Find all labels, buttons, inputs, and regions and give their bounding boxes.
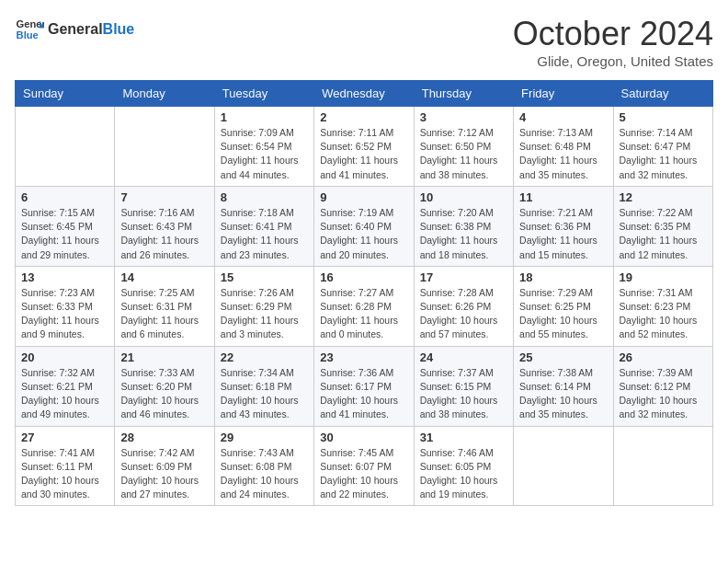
logo-text: GeneralBlue: [48, 20, 134, 38]
calendar-cell: 31Sunrise: 7:46 AM Sunset: 6:05 PM Dayli…: [414, 426, 513, 506]
day-number: 16: [320, 270, 407, 284]
day-info: Sunrise: 7:36 AM Sunset: 6:17 PM Dayligh…: [320, 366, 407, 422]
day-number: 19: [620, 270, 707, 284]
day-info: Sunrise: 7:33 AM Sunset: 6:20 PM Dayligh…: [120, 366, 208, 422]
calendar-cell: 1Sunrise: 7:09 AM Sunset: 6:54 PM Daylig…: [214, 107, 313, 187]
day-header-wednesday: Wednesday: [314, 81, 414, 107]
day-info: Sunrise: 7:27 AM Sunset: 6:28 PM Dayligh…: [320, 286, 407, 342]
day-info: Sunrise: 7:46 AM Sunset: 6:05 PM Dayligh…: [420, 446, 507, 502]
day-number: 5: [620, 110, 707, 124]
day-info: Sunrise: 7:34 AM Sunset: 6:18 PM Dayligh…: [221, 366, 308, 422]
day-info: Sunrise: 7:16 AM Sunset: 6:43 PM Dayligh…: [120, 206, 208, 262]
location: Glide, Oregon, United States: [513, 53, 713, 69]
day-info: Sunrise: 7:09 AM Sunset: 6:54 PM Dayligh…: [221, 126, 308, 182]
calendar-cell: 19Sunrise: 7:31 AM Sunset: 6:23 PM Dayli…: [613, 266, 712, 346]
calendar-cell: 10Sunrise: 7:20 AM Sunset: 6:38 PM Dayli…: [414, 186, 513, 266]
day-number: 8: [221, 190, 308, 204]
day-info: Sunrise: 7:42 AM Sunset: 6:09 PM Dayligh…: [120, 446, 208, 502]
month-title: October 2024: [513, 15, 713, 53]
calendar-cell: 12Sunrise: 7:22 AM Sunset: 6:35 PM Dayli…: [613, 186, 712, 266]
calendar-cell: 16Sunrise: 7:27 AM Sunset: 6:28 PM Dayli…: [314, 266, 414, 346]
day-info: Sunrise: 7:31 AM Sunset: 6:23 PM Dayligh…: [620, 286, 707, 342]
calendar-cell: 3Sunrise: 7:12 AM Sunset: 6:50 PM Daylig…: [414, 107, 513, 187]
day-info: Sunrise: 7:19 AM Sunset: 6:40 PM Dayligh…: [320, 206, 407, 262]
day-info: Sunrise: 7:37 AM Sunset: 6:15 PM Dayligh…: [420, 366, 507, 422]
day-number: 12: [620, 190, 707, 204]
day-number: 7: [120, 190, 208, 204]
calendar-cell: 22Sunrise: 7:34 AM Sunset: 6:18 PM Dayli…: [214, 346, 313, 426]
day-header-tuesday: Tuesday: [214, 81, 313, 107]
day-number: 1: [221, 110, 308, 124]
day-number: 25: [519, 350, 607, 364]
calendar-cell: [514, 426, 613, 506]
day-number: 6: [21, 190, 108, 204]
day-info: Sunrise: 7:32 AM Sunset: 6:21 PM Dayligh…: [21, 366, 108, 422]
calendar-cell: [16, 107, 115, 187]
calendar-cell: 28Sunrise: 7:42 AM Sunset: 6:09 PM Dayli…: [115, 426, 214, 506]
day-info: Sunrise: 7:38 AM Sunset: 6:14 PM Dayligh…: [519, 366, 607, 422]
day-number: 2: [320, 110, 407, 124]
page-header: General Blue GeneralBlue October 2024 Gl…: [15, 15, 713, 69]
calendar-cell: 5Sunrise: 7:14 AM Sunset: 6:47 PM Daylig…: [613, 107, 712, 187]
day-number: 27: [21, 431, 108, 444]
calendar-cell: 9Sunrise: 7:19 AM Sunset: 6:40 PM Daylig…: [314, 186, 414, 266]
day-info: Sunrise: 7:18 AM Sunset: 6:41 PM Dayligh…: [221, 206, 308, 262]
calendar-cell: [613, 426, 712, 506]
calendar-cell: 8Sunrise: 7:18 AM Sunset: 6:41 PM Daylig…: [214, 186, 313, 266]
calendar-cell: 6Sunrise: 7:15 AM Sunset: 6:45 PM Daylig…: [16, 186, 115, 266]
day-header-friday: Friday: [514, 81, 613, 107]
calendar-cell: 23Sunrise: 7:36 AM Sunset: 6:17 PM Dayli…: [314, 346, 414, 426]
day-number: 30: [320, 431, 407, 444]
calendar-cell: 30Sunrise: 7:45 AM Sunset: 6:07 PM Dayli…: [314, 426, 414, 506]
day-number: 20: [21, 350, 108, 364]
calendar-cell: 21Sunrise: 7:33 AM Sunset: 6:20 PM Dayli…: [115, 346, 214, 426]
day-number: 17: [420, 270, 507, 284]
day-number: 26: [620, 350, 707, 364]
day-info: Sunrise: 7:26 AM Sunset: 6:29 PM Dayligh…: [221, 286, 308, 342]
day-info: Sunrise: 7:39 AM Sunset: 6:12 PM Dayligh…: [620, 366, 707, 422]
calendar-cell: 17Sunrise: 7:28 AM Sunset: 6:26 PM Dayli…: [414, 266, 513, 346]
calendar-cell: 2Sunrise: 7:11 AM Sunset: 6:52 PM Daylig…: [314, 107, 414, 187]
calendar-cell: 20Sunrise: 7:32 AM Sunset: 6:21 PM Dayli…: [16, 346, 115, 426]
day-info: Sunrise: 7:29 AM Sunset: 6:25 PM Dayligh…: [519, 286, 607, 342]
calendar-cell: 29Sunrise: 7:43 AM Sunset: 6:08 PM Dayli…: [214, 426, 313, 506]
calendar-cell: 18Sunrise: 7:29 AM Sunset: 6:25 PM Dayli…: [514, 266, 613, 346]
day-header-sunday: Sunday: [16, 81, 115, 107]
calendar-cell: 26Sunrise: 7:39 AM Sunset: 6:12 PM Dayli…: [613, 346, 712, 426]
day-number: 4: [519, 110, 607, 124]
day-number: 29: [221, 431, 308, 444]
calendar-cell: 7Sunrise: 7:16 AM Sunset: 6:43 PM Daylig…: [115, 186, 214, 266]
day-info: Sunrise: 7:14 AM Sunset: 6:47 PM Dayligh…: [620, 126, 707, 182]
title-block: October 2024 Glide, Oregon, United State…: [513, 15, 713, 69]
day-info: Sunrise: 7:21 AM Sunset: 6:36 PM Dayligh…: [519, 206, 607, 262]
calendar-cell: 15Sunrise: 7:26 AM Sunset: 6:29 PM Dayli…: [214, 266, 313, 346]
day-number: 28: [120, 431, 208, 444]
day-info: Sunrise: 7:23 AM Sunset: 6:33 PM Dayligh…: [21, 286, 108, 342]
calendar: SundayMondayTuesdayWednesdayThursdayFrid…: [15, 80, 713, 506]
day-info: Sunrise: 7:25 AM Sunset: 6:31 PM Dayligh…: [120, 286, 208, 342]
calendar-cell: 4Sunrise: 7:13 AM Sunset: 6:48 PM Daylig…: [514, 107, 613, 187]
day-number: 18: [519, 270, 607, 284]
day-number: 3: [420, 110, 507, 124]
day-number: 31: [420, 431, 507, 444]
calendar-cell: 27Sunrise: 7:41 AM Sunset: 6:11 PM Dayli…: [16, 426, 115, 506]
logo-icon: General Blue: [15, 15, 44, 44]
day-info: Sunrise: 7:12 AM Sunset: 6:50 PM Dayligh…: [420, 126, 507, 182]
calendar-cell: [115, 107, 214, 187]
day-header-thursday: Thursday: [414, 81, 513, 107]
day-number: 14: [120, 270, 208, 284]
calendar-cell: 14Sunrise: 7:25 AM Sunset: 6:31 PM Dayli…: [115, 266, 214, 346]
day-info: Sunrise: 7:20 AM Sunset: 6:38 PM Dayligh…: [420, 206, 507, 262]
day-number: 21: [120, 350, 208, 364]
day-info: Sunrise: 7:45 AM Sunset: 6:07 PM Dayligh…: [320, 446, 407, 502]
calendar-cell: 13Sunrise: 7:23 AM Sunset: 6:33 PM Dayli…: [16, 266, 115, 346]
day-number: 22: [221, 350, 308, 364]
day-info: Sunrise: 7:22 AM Sunset: 6:35 PM Dayligh…: [620, 206, 707, 262]
day-info: Sunrise: 7:43 AM Sunset: 6:08 PM Dayligh…: [221, 446, 308, 502]
day-info: Sunrise: 7:28 AM Sunset: 6:26 PM Dayligh…: [420, 286, 507, 342]
logo: General Blue GeneralBlue: [15, 15, 134, 44]
day-number: 11: [519, 190, 607, 204]
day-number: 9: [320, 190, 407, 204]
calendar-cell: 24Sunrise: 7:37 AM Sunset: 6:15 PM Dayli…: [414, 346, 513, 426]
calendar-cell: 25Sunrise: 7:38 AM Sunset: 6:14 PM Dayli…: [514, 346, 613, 426]
